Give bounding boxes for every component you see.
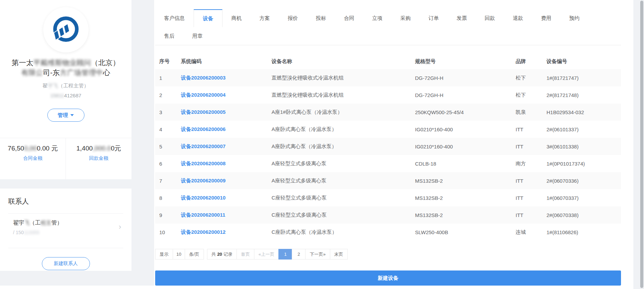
text-segment: ,000.0: [93, 145, 111, 152]
tab-退款[interactable]: 退款: [504, 9, 532, 27]
manage-button-label: 管理: [58, 112, 68, 119]
text-segment: / 150: [13, 230, 24, 235]
table-cell: 2#(06070336): [547, 172, 621, 189]
contract-amount-stat: 76,500,000.00 元 合同金额: [0, 138, 66, 179]
tab-售后[interactable]: 售后: [155, 27, 183, 45]
text-segment: 0,00: [24, 145, 37, 152]
text-segment: 1,400: [77, 145, 93, 152]
tab-用章[interactable]: 用章: [183, 27, 211, 45]
column-header-2: 系统编码: [181, 54, 272, 69]
device-code-link[interactable]: 设备202006200003: [181, 75, 226, 81]
table-cell: 1#(81106826): [547, 224, 621, 241]
chevron-down-icon: [70, 114, 74, 116]
tab-方案[interactable]: 方案: [251, 9, 279, 27]
tab-回款[interactable]: 回款: [476, 9, 504, 27]
pagination-page-size[interactable]: 10: [173, 249, 185, 260]
pagination-total-prefix: 共: [211, 252, 216, 257]
table-row: 6设备202006200008A座轻型立式多级离心泵CDLB-18南方1#(0P…: [155, 155, 621, 172]
table-cell: 7: [155, 172, 181, 189]
device-code-link[interactable]: 设备202006200005: [181, 109, 226, 115]
tab-投标[interactable]: 投标: [307, 9, 335, 27]
contract-amount-value: 76,500,000.00 元: [3, 144, 62, 153]
bottom-card-edge: [0, 286, 154, 289]
tab-采购[interactable]: 采购: [391, 9, 419, 27]
table-cell: 1#(81721747): [547, 69, 621, 86]
contact-list-item[interactable]: 翟宇飞（工程主管） / 150113355 ›: [8, 214, 123, 241]
tab-合同[interactable]: 合同: [335, 9, 363, 27]
table-cell: IG0210*160-400: [415, 138, 516, 155]
device-code-link[interactable]: 设备202006200010: [181, 195, 226, 201]
pagination-bar: 显示10条/页 共20记录首页«上一页12下一页»末页: [155, 249, 621, 260]
table-cell: A座卧式离心泵（冷温水泵）: [272, 121, 415, 138]
table-cell: C座卧式离心泵（冷温水泵）: [272, 224, 415, 241]
device-table-body: 1设备202006200003直燃型溴化锂吸收式冷温水机组DG-72GH-H松下…: [155, 69, 621, 241]
column-header-1: 序号: [155, 54, 181, 69]
table-cell: MS132SB-2: [415, 206, 516, 224]
tab-客户信息[interactable]: 客户信息: [155, 9, 194, 27]
table-cell: MS132SB-2: [415, 172, 516, 189]
device-code-link[interactable]: 设备202006200008: [181, 160, 226, 166]
pagination-page-1[interactable]: 1: [278, 249, 292, 260]
table-cell: 10: [155, 224, 181, 241]
pagination-per-page-label: 条/页: [185, 249, 204, 260]
table-cell: H1B029534-032: [547, 104, 621, 121]
table-cell: C座轻型立式多级离心泵: [272, 206, 415, 224]
new-contact-button[interactable]: 新建联系人: [42, 257, 90, 270]
table-cell: SLW250-400B: [415, 224, 516, 241]
text-segment: 15811: [50, 93, 64, 98]
manage-button[interactable]: 管理: [47, 109, 84, 122]
tab-发票[interactable]: 发票: [448, 9, 476, 27]
pagination-total-suffix: 记录: [223, 252, 232, 257]
device-code-link[interactable]: 设备202006200011: [181, 212, 225, 218]
device-table-header-row: 序号系统编码设备名称规格型号品牌设备编号: [155, 54, 621, 69]
device-code-link[interactable]: 设备202006200006: [181, 126, 226, 132]
device-code-link[interactable]: 设备202006200012: [181, 229, 226, 235]
table-cell: 2#(81721748): [547, 86, 621, 104]
device-code-link[interactable]: 设备202006200007: [181, 143, 226, 149]
pagination-last[interactable]: 末页: [330, 249, 348, 260]
table-cell: 直燃型溴化锂吸收式冷温水机组: [272, 69, 415, 86]
scrollbar-thumb[interactable]: [640, 1, 643, 288]
cell-system-code: 设备202006200003: [181, 69, 272, 86]
tab-设备[interactable]: 设备: [194, 9, 222, 27]
pagination-first[interactable]: 首页: [237, 249, 254, 260]
text-segment: 有限公: [21, 69, 43, 76]
tab-费用[interactable]: 费用: [532, 9, 560, 27]
pagination-page-2[interactable]: 2: [292, 249, 306, 260]
table-cell: 3: [155, 104, 181, 121]
pagination-next[interactable]: 下一页»: [305, 249, 330, 260]
table-cell: 6: [155, 155, 181, 172]
tab-商机[interactable]: 商机: [222, 9, 251, 27]
text-segment: （工: [30, 220, 41, 226]
contract-amount-link[interactable]: 合同金额: [0, 155, 66, 161]
tab-报价[interactable]: 报价: [279, 9, 307, 27]
table-row: 3设备202006200005A座1#卧式离心泵（冷温水泵）250KQW500-…: [155, 104, 621, 121]
table-cell: MS132SB-2: [415, 189, 516, 206]
text-segment: 元: [49, 145, 58, 152]
text-segment: 113355: [24, 230, 39, 235]
payment-amount-value: 1,400,000.00元: [69, 144, 128, 153]
tab-预约[interactable]: 预约: [560, 9, 588, 27]
table-row: 4设备202006200006A座卧式离心泵（冷温水泵）IG0210*160-4…: [155, 121, 621, 138]
customer-company-name: 第一太平戴维斯物业顾问（北京）有限公司-东方广场管理中心: [0, 58, 131, 77]
table-row: 8设备202006200010C座轻型立式多级离心泵MS132SB-2ITT1#…: [155, 189, 621, 206]
cell-system-code: 设备202006200010: [181, 189, 272, 206]
pagination-prev[interactable]: «上一页: [254, 249, 279, 260]
text-segment: 方广场管理中: [60, 69, 103, 76]
tab-立项[interactable]: 立项: [363, 9, 391, 27]
table-cell: ITT: [516, 172, 547, 189]
payment-amount-link[interactable]: 回款金额: [66, 155, 131, 161]
table-row: 1设备202006200003直燃型溴化锂吸收式冷温水机组DG-72GH-H松下…: [155, 69, 621, 86]
new-device-button[interactable]: 新建设备: [155, 270, 621, 286]
table-row: 10设备202006200012C座卧式离心泵（冷温水泵）SLW250-400B…: [155, 224, 621, 241]
page-size-group: 显示10条/页: [155, 249, 204, 260]
text-segment: 翟: [43, 83, 48, 88]
column-header-4: 规格型号: [415, 54, 516, 69]
device-code-link[interactable]: 设备202006200009: [181, 178, 226, 183]
device-code-link[interactable]: 设备202006200004: [181, 92, 226, 98]
table-cell: 连城: [516, 224, 547, 241]
table-cell: 5: [155, 138, 181, 155]
text-segment: 翟宇: [13, 220, 24, 226]
text-segment: 司-东: [43, 69, 60, 76]
tab-订单[interactable]: 订单: [419, 9, 448, 27]
